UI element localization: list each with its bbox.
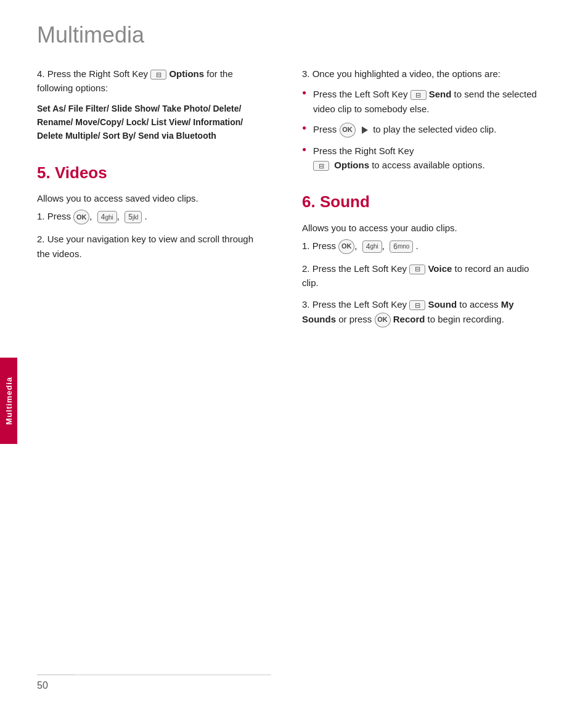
section5-heading: 5. Videos [37,160,265,185]
bullet-2: Press OK to play the selected video clip… [302,122,542,138]
key-4ghi-s6s1: 4ghi [362,240,382,253]
item-3-right: 3. Once you highlighted a video, the opt… [302,67,542,172]
right-soft-key-b3: ⊟ [313,161,329,171]
left-soft-key-b1: ⊟ [410,90,427,100]
left-soft-key-s6s3: ⊟ [409,300,425,310]
section6-step1: 1. Press OK, 4ghi, 6mno . [302,239,542,254]
section-5-videos: 5. Videos Allows you to access saved vid… [37,160,265,261]
ok-key-s6s3: OK [375,313,391,327]
play-icon [362,126,368,134]
send-label: Send [429,89,452,99]
section6-step3: 3. Press the Left Soft Key ⊟ Sound to ac… [302,297,542,327]
item4-options-list: Set As/ File Filter/ Slide Show/ Take Ph… [37,102,265,143]
bullet-3: Press the Right Soft Key ⊟ Options to ac… [302,144,542,173]
ok-key-b2: OK [340,123,356,138]
side-tab-label: Multimedia [4,377,14,425]
right-soft-key-icon: ⊟ [150,70,166,80]
voice-label: Voice [428,263,452,274]
section5-step2-text: 2. Use your navigation key to view and s… [37,232,265,261]
page-number: 50 [37,675,74,691]
section5-desc: Allows you to access saved video clips. [37,191,265,205]
record-label: Record [393,314,425,324]
item3-intro: 3. Once you highlighted a video, the opt… [302,67,542,81]
ok-key-s6s1: OK [338,239,354,254]
left-soft-key-s6s2: ⊟ [409,265,425,274]
section5-step2: 2. Use your navigation key to view and s… [37,232,265,261]
section6-desc: Allows you to access your audio clips. [302,221,542,235]
item3-bullet-list: Press the Left Soft Key ⊟ Send to send t… [302,87,542,172]
key-4ghi-s5s1: 4ghi [97,211,117,223]
section6-step2: 2. Press the Left Soft Key ⊟ Voice to re… [302,261,542,290]
bullet-1: Press the Left Soft Key ⊟ Send to send t… [302,87,542,116]
options-label-b3: Options [334,160,369,170]
key-6mno-s6s1: 6mno [390,240,413,253]
key-5jkl-s5s1: 5jkl [125,211,142,223]
page-title: Multimedia [0,0,588,67]
item4-options-label: Options [169,68,204,79]
section-6-sound: 6. Sound Allows you to access your audio… [302,189,542,327]
section6-heading: 6. Sound [302,189,542,214]
side-tab: Multimedia [0,358,17,444]
content-area: 4. Press the Right Soft Key ⊟ Options fo… [0,67,588,376]
section5-step1: 1. Press OK, 4ghi, 5jkl . [37,209,265,224]
left-column: 4. Press the Right Soft Key ⊟ Options fo… [0,67,284,339]
sound-label: Sound [428,299,457,310]
right-column: 3. Once you highlighted a video, the opt… [284,67,567,339]
item-4: 4. Press the Right Soft Key ⊟ Options fo… [37,67,265,143]
item4-intro: 4. Press the Right Soft Key ⊟ Options fo… [37,67,265,96]
ok-key-s5s1: OK [73,210,89,224]
